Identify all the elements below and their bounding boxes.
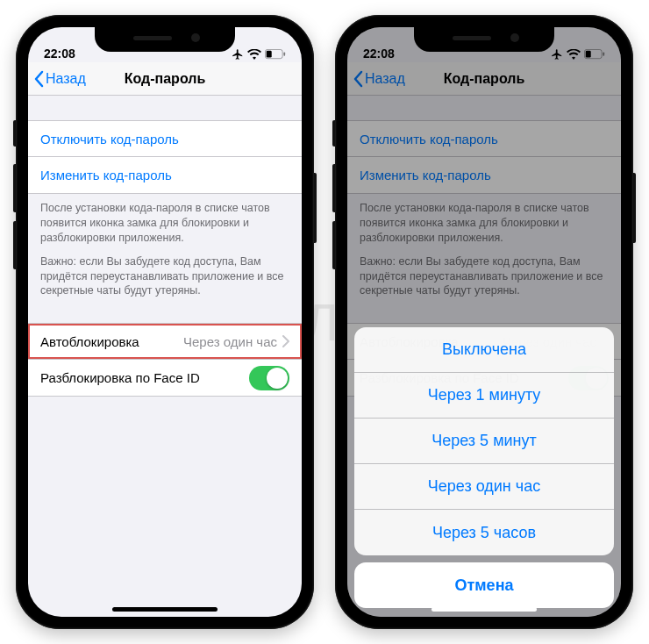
disable-passcode-cell[interactable]: Отключить код-пароль: [347, 120, 621, 157]
svg-rect-1: [267, 51, 272, 58]
chevron-left-icon: [33, 70, 44, 88]
chevron-left-icon: [353, 70, 363, 88]
status-icons: [232, 48, 286, 61]
sheet-option-5hours[interactable]: Через 5 часов: [354, 510, 614, 555]
screen-right: 22:08 Назад Код-пароль Отключить код-пар…: [347, 27, 621, 617]
svg-rect-3: [584, 49, 602, 58]
nav-bar: Назад Код-пароль: [28, 62, 302, 96]
footer-text: После установки кода-пароля в списке чат…: [28, 194, 302, 298]
battery-icon: [584, 49, 605, 60]
svg-rect-5: [603, 52, 604, 55]
home-indicator: [431, 607, 537, 612]
change-passcode-cell[interactable]: Изменить код-пароль: [347, 157, 621, 194]
sheet-option-off[interactable]: Выключена: [354, 327, 614, 373]
notch: [95, 27, 235, 52]
chevron-right-icon: [282, 335, 289, 347]
sheet-option-5min[interactable]: Через 5 минут: [354, 419, 614, 464]
back-label: Назад: [365, 71, 405, 87]
nav-title: Код-пароль: [347, 71, 621, 87]
action-sheet: Выключена Через 1 минуту Через 5 минут Ч…: [354, 327, 614, 608]
phone-left: 22:08 Назад Код-пароль Отключить код-пар…: [16, 15, 314, 629]
airplane-icon: [551, 48, 563, 61]
wifi-icon: [567, 49, 581, 60]
disable-passcode-cell[interactable]: Отключить код-пароль: [28, 120, 302, 157]
home-indicator: [112, 607, 218, 612]
faceid-label: Разблокировка по Face ID: [40, 370, 249, 385]
svg-rect-4: [586, 51, 591, 58]
notch: [414, 27, 554, 52]
screen-left: 22:08 Назад Код-пароль Отключить код-пар…: [28, 27, 302, 617]
autolock-cell[interactable]: Автоблокировка Через один час: [28, 323, 302, 360]
airplane-icon: [232, 48, 244, 61]
nav-bar: Назад Код-пароль: [347, 62, 621, 96]
status-time: 22:08: [44, 47, 75, 61]
status-icons: [551, 48, 605, 61]
back-label: Назад: [46, 71, 86, 87]
faceid-cell: Разблокировка по Face ID: [28, 360, 302, 397]
faceid-toggle[interactable]: [249, 366, 289, 390]
change-passcode-cell[interactable]: Изменить код-пароль: [28, 157, 302, 194]
back-button[interactable]: Назад: [347, 70, 405, 88]
back-button[interactable]: Назад: [28, 70, 86, 88]
sheet-cancel-button[interactable]: Отмена: [354, 562, 614, 608]
footer-text: После установки кода-пароля в списке чат…: [347, 194, 621, 298]
status-time: 22:08: [363, 47, 395, 61]
svg-rect-2: [283, 52, 285, 55]
autolock-label: Автоблокировка: [40, 334, 183, 349]
phone-right: 22:08 Назад Код-пароль Отключить код-пар…: [335, 15, 633, 629]
sheet-option-1min[interactable]: Через 1 минуту: [354, 373, 614, 419]
action-sheet-options: Выключена Через 1 минуту Через 5 минут Ч…: [354, 327, 614, 555]
wifi-icon: [247, 49, 261, 60]
sheet-option-1hour[interactable]: Через один час: [354, 464, 614, 510]
battery-icon: [265, 49, 286, 60]
autolock-value: Через один час: [183, 334, 277, 349]
